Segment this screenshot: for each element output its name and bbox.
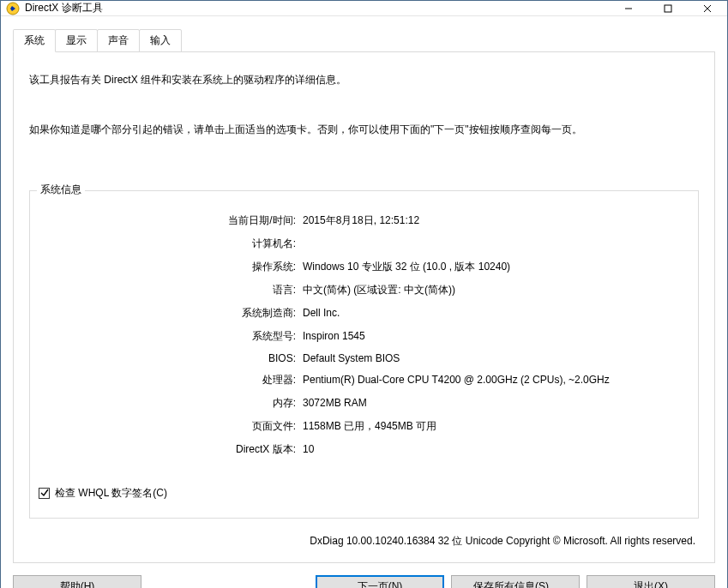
tab-display-label: 显示 <box>66 34 87 46</box>
model-value: Inspiron 1545 <box>303 330 689 342</box>
help-button[interactable]: 帮助(H) <box>13 575 141 588</box>
window-controls <box>609 1 727 15</box>
computer-name-label: 计算机名: <box>39 237 296 251</box>
lang-label: 语言: <box>39 283 296 297</box>
window-title: DirectX 诊断工具 <box>25 1 103 15</box>
datetime-label: 当前日期/时间: <box>39 213 296 228</box>
tab-input-label: 输入 <box>150 34 171 46</box>
cpu-value: Pentium(R) Dual-Core CPU T4200 @ 2.00GHz… <box>303 374 689 386</box>
button-bar-right: 下一页(N) 保存所有信息(S)... 退出(X) <box>316 575 715 588</box>
datetime-value: 2015年8月18日, 12:51:12 <box>303 213 689 228</box>
next-page-button[interactable]: 下一页(N) <box>316 575 444 588</box>
lang-value: 中文(简体) (区域设置: 中文(简体)) <box>303 283 689 297</box>
intro-text-2: 如果你知道是哪个部分引起的错误，请单击上面适当的选项卡。否则，你可以使用下面的"… <box>29 121 699 138</box>
intro-text-1: 该工具报告有关 DirectX 组件和安装在系统上的驱动程序的详细信息。 <box>29 71 699 88</box>
help-button-label: 帮助(H) <box>60 579 95 588</box>
system-info-grid: 当前日期/时间: 2015年8月18日, 12:51:12 计算机名: 操作系统… <box>39 213 689 457</box>
whql-checkbox[interactable] <box>39 488 50 499</box>
pagefile-label: 页面文件: <box>39 419 296 434</box>
model-label: 系统型号: <box>39 329 296 344</box>
exit-button-label: 退出(X) <box>634 579 668 588</box>
close-button[interactable] <box>688 1 727 15</box>
save-all-button-label: 保存所有信息(S)... <box>473 579 557 588</box>
ram-label: 内存: <box>39 396 296 411</box>
client-area: 系统 显示 声音 输入 该工具报告有关 DirectX 组件和安装在系统上的驱动… <box>1 16 727 588</box>
cpu-label: 处理器: <box>39 373 296 387</box>
tab-system[interactable]: 系统 <box>13 29 56 52</box>
app-icon <box>6 2 20 15</box>
system-info-title: 系统信息 <box>37 183 85 197</box>
whql-checkbox-label: 检查 WHQL 数字签名(C) <box>55 486 167 501</box>
button-bar: 帮助(H) 下一页(N) 保存所有信息(S)... 退出(X) <box>13 575 715 588</box>
next-page-button-label: 下一页(N) <box>358 579 403 588</box>
tab-input[interactable]: 输入 <box>139 29 182 52</box>
manufacturer-label: 系统制造商: <box>39 306 296 321</box>
tabstrip: 系统 显示 声音 输入 <box>13 28 715 51</box>
pagefile-value: 1158MB 已用，4945MB 可用 <box>303 419 689 434</box>
whql-check-row: 检查 WHQL 数字签名(C) <box>39 486 689 501</box>
tab-system-label: 系统 <box>24 34 45 46</box>
os-label: 操作系统: <box>39 260 296 274</box>
manufacturer-value: Dell Inc. <box>303 307 689 319</box>
tabpanel-system: 该工具报告有关 DirectX 组件和安装在系统上的驱动程序的详细信息。 如果你… <box>13 51 715 563</box>
svg-rect-2 <box>665 5 671 12</box>
dxdiag-window: DirectX 诊断工具 系统 显示 声音 输入 <box>0 0 728 588</box>
tabs: 系统 显示 声音 输入 <box>13 28 715 51</box>
tab-sound-label: 声音 <box>108 34 129 46</box>
minimize-button[interactable] <box>609 1 648 15</box>
ram-value: 3072MB RAM <box>303 397 689 409</box>
titlebar: DirectX 诊断工具 <box>1 1 727 16</box>
bios-value: Default System BIOS <box>303 352 689 364</box>
save-all-button[interactable]: 保存所有信息(S)... <box>451 575 580 588</box>
dx-value: 10 <box>303 443 689 455</box>
maximize-button[interactable] <box>648 1 688 15</box>
os-value: Windows 10 专业版 32 位 (10.0 , 版本 10240) <box>303 260 689 274</box>
bios-label: BIOS: <box>39 352 296 364</box>
tab-sound[interactable]: 声音 <box>97 29 140 52</box>
dx-label: DirectX 版本: <box>39 442 296 457</box>
titlebar-left: DirectX 诊断工具 <box>6 1 103 15</box>
footer-text: DxDiag 10.00.10240.16384 32 位 Unicode Co… <box>29 534 699 549</box>
tab-display[interactable]: 显示 <box>55 29 98 52</box>
exit-button[interactable]: 退出(X) <box>587 575 715 588</box>
system-info-group: 系统信息 当前日期/时间: 2015年8月18日, 12:51:12 计算机名:… <box>29 190 699 519</box>
